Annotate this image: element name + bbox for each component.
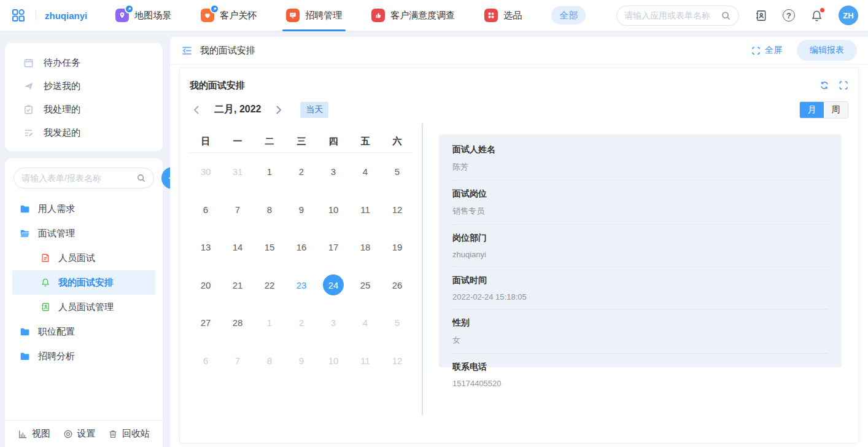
calendar-day[interactable]: 7 <box>222 342 254 380</box>
views-button[interactable]: 视图 <box>18 428 50 440</box>
calendar-day[interactable]: 22 <box>254 266 285 305</box>
tree-folder-recruitment-analysis[interactable]: 招聘分析 <box>12 344 155 368</box>
workspace-name[interactable]: zhuqianyi <box>45 10 87 21</box>
tree-label: 用人需求 <box>38 203 75 215</box>
edit-report-button[interactable]: 编辑报表 <box>797 40 857 61</box>
grid-app-icon <box>484 9 498 22</box>
tree-item-personnel-interview-management[interactable]: 人员面试管理 <box>12 295 155 319</box>
detail-field-interview-position: 面试岗位 销售专员 <box>452 181 828 225</box>
calendar-day[interactable]: 2 <box>285 304 317 342</box>
calendar-day[interactable]: 4 <box>349 304 381 342</box>
calendar-day[interactable]: 5 <box>381 153 413 191</box>
app-tab-map-scene[interactable]: 地图场景 <box>114 0 172 31</box>
form-search-input[interactable] <box>21 173 133 183</box>
page-title: 我的面试安排 <box>200 45 255 56</box>
calendar-day[interactable]: 11 <box>349 191 381 229</box>
calendar-day[interactable]: 13 <box>190 228 222 266</box>
tree-folder-hiring-needs[interactable]: 用人需求 <box>12 196 155 221</box>
calendar-day[interactable]: 20 <box>190 266 222 305</box>
weekday: 日 <box>190 131 222 152</box>
calendar-day[interactable]: 6 <box>190 191 222 229</box>
calendar-day[interactable]: 9 <box>285 342 317 380</box>
calendar-day[interactable]: 2 <box>285 153 317 191</box>
weekday: 四 <box>317 131 349 152</box>
calendar-day[interactable]: 16 <box>285 228 317 266</box>
global-search-input[interactable] <box>624 10 717 20</box>
calendar-day[interactable]: 1 <box>254 304 285 342</box>
calendar-day[interactable]: 21 <box>222 266 254 305</box>
calendar-day[interactable]: 10 <box>317 191 349 229</box>
calendar-day[interactable]: 19 <box>381 228 413 266</box>
recycle-bin-button[interactable]: 回收站 <box>108 428 150 440</box>
calendar-day[interactable]: 14 <box>222 228 254 266</box>
sidebar-item-cc-to-me[interactable]: 抄送我的 <box>5 74 163 98</box>
thumb-up-app-icon <box>371 9 385 22</box>
today-button[interactable]: 当天 <box>300 102 328 118</box>
folder-icon <box>20 204 30 214</box>
tree-folder-position-config[interactable]: 职位配置 <box>12 319 155 344</box>
sidebar-item-todo-tasks[interactable]: 待办任务 <box>5 51 163 74</box>
detail-field-position-department: 岗位部门 zhuqianyi <box>452 225 828 267</box>
calendar-day[interactable]: 10 <box>317 342 349 380</box>
fullscreen-button[interactable]: 全屏 <box>751 45 782 56</box>
expand-icon[interactable] <box>839 80 848 90</box>
collapse-sidebar-icon[interactable] <box>181 45 193 56</box>
address-book-icon[interactable] <box>754 9 767 22</box>
doc-edit-icon <box>23 128 34 138</box>
calendar-day[interactable]: 3 <box>317 304 349 342</box>
calendar-day[interactable]: 4 <box>349 153 381 191</box>
tree-item-my-interview-schedule[interactable]: 我的面试安排 <box>12 270 155 295</box>
calendar-day[interactable]: 8 <box>254 342 285 380</box>
calendar-day-selected[interactable]: 24 <box>317 266 349 305</box>
calendar-day[interactable]: 7 <box>222 191 254 229</box>
prev-month-icon[interactable] <box>190 103 203 117</box>
calendar-day-today[interactable]: 23 <box>285 266 317 305</box>
calendar-day[interactable]: 30 <box>190 153 222 191</box>
calendar-day[interactable]: 8 <box>254 191 285 229</box>
app-tab-satisfaction-survey[interactable]: 客户满意度调查 <box>370 0 456 31</box>
avatar[interactable]: ZH <box>839 6 858 25</box>
calendar-day[interactable]: 31 <box>222 153 254 191</box>
refresh-icon[interactable] <box>820 80 829 90</box>
workspace-grid-logo-icon[interactable] <box>10 7 27 24</box>
dates-grid: 30 31 1 2 3 4 5 6 7 8 9 10 11 12 13 14 1… <box>190 153 413 379</box>
all-apps-button[interactable]: 全部 <box>551 6 586 25</box>
app-tab-recruitment[interactable]: 招聘管理 <box>285 0 343 31</box>
calendar-day[interactable]: 12 <box>381 191 413 229</box>
calendar-day[interactable]: 17 <box>317 228 349 266</box>
calendar-day[interactable]: 1 <box>254 153 285 191</box>
help-icon[interactable]: ? <box>783 9 795 21</box>
folder-icon <box>20 351 30 362</box>
week-view-button[interactable]: 周 <box>824 102 848 118</box>
calendar-day[interactable]: 9 <box>285 191 317 229</box>
form-doc-icon <box>41 253 50 263</box>
calendar-day[interactable]: 18 <box>349 228 381 266</box>
bell-icon[interactable] <box>810 9 823 22</box>
month-view-button[interactable]: 月 <box>800 102 824 118</box>
calendar-day[interactable]: 6 <box>190 342 222 380</box>
calendar-day[interactable]: 5 <box>381 304 413 342</box>
sidebar-item-initiated-by-me[interactable]: 我发起的 <box>5 121 163 144</box>
calendar-day[interactable]: 27 <box>190 304 222 342</box>
settings-icon <box>63 429 73 439</box>
app-tab-product-selection[interactable]: 选品 <box>483 0 523 31</box>
tree-folder-interview-management[interactable]: 面试管理 <box>12 221 155 246</box>
calendar-day[interactable]: 26 <box>381 266 413 305</box>
weekday: 五 <box>349 131 381 152</box>
calendar: 日 一 二 三 四 五 六 30 31 1 2 3 4 5 6 7 8 9 10 <box>190 131 413 379</box>
calendar-day[interactable]: 3 <box>317 153 349 191</box>
app-tab-customer-care[interactable]: 客户关怀 <box>200 0 258 31</box>
calendar-day[interactable]: 15 <box>254 228 285 266</box>
tree-item-personnel-interview[interactable]: 人员面试 <box>12 246 155 270</box>
sidebar-item-handled-by-me[interactable]: 我处理的 <box>5 98 163 121</box>
calendar-day[interactable]: 25 <box>349 266 381 305</box>
monitor-chart-app-icon <box>286 9 300 22</box>
app-tab-label: 客户满意度调查 <box>390 10 455 21</box>
form-search[interactable] <box>14 168 154 189</box>
calendar-day[interactable]: 28 <box>222 304 254 342</box>
settings-button[interactable]: 设置 <box>63 428 96 440</box>
calendar-day[interactable]: 11 <box>349 342 381 380</box>
calendar-day[interactable]: 12 <box>381 342 413 380</box>
next-month-icon[interactable] <box>272 103 285 117</box>
global-search[interactable] <box>616 6 739 26</box>
